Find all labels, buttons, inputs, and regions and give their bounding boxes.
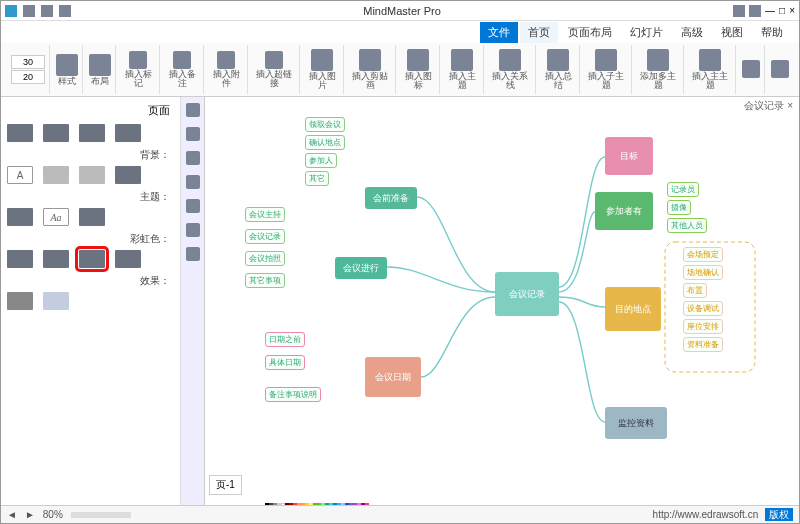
vt-icon[interactable] xyxy=(186,223,200,237)
vt-icon[interactable] xyxy=(186,151,200,165)
close-button[interactable]: × xyxy=(789,5,795,16)
node-r3[interactable]: 目的地点 xyxy=(605,287,661,331)
leaf[interactable]: 参加人 xyxy=(305,153,337,168)
tab-view[interactable]: 视图 xyxy=(713,22,751,43)
maximize-button[interactable]: □ xyxy=(779,5,785,16)
height-spinner[interactable] xyxy=(11,70,45,84)
zoom-slider[interactable] xyxy=(71,512,131,518)
leaf[interactable]: 会议记录 xyxy=(245,229,285,244)
bg-thumb[interactable]: A xyxy=(7,166,33,184)
theme-thumb[interactable]: Aa xyxy=(43,208,69,226)
app-title: MindMaster Pro xyxy=(363,5,441,17)
leaf[interactable]: 布置 xyxy=(683,283,707,298)
effect-thumb[interactable] xyxy=(7,292,33,310)
width-spinner[interactable] xyxy=(11,55,45,69)
leaf[interactable]: 会议主持 xyxy=(245,207,285,222)
layout-thumb[interactable] xyxy=(79,124,105,142)
leaf[interactable]: 会场预定 xyxy=(683,247,723,262)
ribbon: 样式 布局 插入标记 插入备注 插入附件 插入超链接 插入图片 插入剪贴画 插入… xyxy=(1,43,799,97)
rainbow-thumb[interactable] xyxy=(43,250,69,268)
bg-thumb[interactable] xyxy=(115,166,141,184)
leaf[interactable]: 座位安排 xyxy=(683,319,723,334)
summary-icon[interactable] xyxy=(547,49,569,71)
panel-close[interactable]: 会议记录 × xyxy=(744,99,793,113)
layout-icon[interactable] xyxy=(89,54,111,76)
vdist-icon[interactable] xyxy=(771,60,789,78)
link-icon[interactable] xyxy=(265,51,283,69)
tab-slide[interactable]: 幻灯片 xyxy=(622,22,671,43)
style-icon[interactable] xyxy=(56,54,78,76)
leaf[interactable]: 备注事项说明 xyxy=(265,387,321,402)
maintopic-icon[interactable] xyxy=(699,49,721,71)
node-l3[interactable]: 会议日期 xyxy=(365,357,421,397)
vt-icon[interactable] xyxy=(186,247,200,261)
bg-thumb[interactable] xyxy=(43,166,69,184)
layout-thumb[interactable] xyxy=(115,124,141,142)
node-r2[interactable]: 参加者有 xyxy=(595,192,653,230)
node-r1[interactable]: 目标 xyxy=(605,137,653,175)
effect-thumb[interactable] xyxy=(43,292,69,310)
tag-icon[interactable] xyxy=(129,51,147,69)
leaf[interactable]: 场地确认 xyxy=(683,265,723,280)
leaf[interactable]: 日期之前 xyxy=(265,332,305,347)
leaf[interactable]: 具体日期 xyxy=(265,355,305,370)
theme-thumb[interactable] xyxy=(7,208,33,226)
node-l1[interactable]: 会前准备 xyxy=(365,187,417,209)
leaf[interactable]: 摄像 xyxy=(667,200,691,215)
nav-next-icon[interactable]: ► xyxy=(25,509,35,520)
leaf[interactable]: 确认地点 xyxy=(305,135,345,150)
canvas[interactable]: 会议记录 × 会议记录 会前准备 领取会议 确认地点 参加人 其它 会议进行 会… xyxy=(205,97,799,517)
zoom-level[interactable]: 80% xyxy=(43,509,63,520)
settings-icon[interactable] xyxy=(749,5,761,17)
subtopic-icon[interactable] xyxy=(595,49,617,71)
leaf[interactable]: 其它 xyxy=(305,171,329,186)
tab-file[interactable]: 文件 xyxy=(480,22,518,43)
note-icon[interactable] xyxy=(173,51,191,69)
page-tab[interactable]: 页-1 xyxy=(209,475,242,495)
app-icon xyxy=(5,5,17,17)
tab-layout[interactable]: 页面布局 xyxy=(560,22,620,43)
theme-thumb[interactable] xyxy=(79,208,105,226)
hdist-icon[interactable] xyxy=(742,60,760,78)
clipart-icon[interactable] xyxy=(359,49,381,71)
vt-icon[interactable] xyxy=(186,175,200,189)
leaf[interactable]: 记录员 xyxy=(667,182,699,197)
bg-thumb[interactable] xyxy=(79,166,105,184)
relation-icon[interactable] xyxy=(499,49,521,71)
footer-label: 版权 xyxy=(765,508,793,521)
print-icon[interactable] xyxy=(733,5,745,17)
leaf[interactable]: 会议拍照 xyxy=(245,251,285,266)
page-heading: 页面 xyxy=(7,103,198,118)
redo-icon[interactable] xyxy=(59,5,71,17)
layout-thumb[interactable] xyxy=(7,124,33,142)
vt-icon[interactable] xyxy=(186,127,200,141)
nav-prev-icon[interactable]: ◄ xyxy=(7,509,17,520)
attach-icon[interactable] xyxy=(217,51,235,69)
tab-advanced[interactable]: 高级 xyxy=(673,22,711,43)
leaf[interactable]: 其它事项 xyxy=(245,273,285,288)
tab-home[interactable]: 首页 xyxy=(520,22,558,43)
theme-icon[interactable] xyxy=(451,49,473,71)
image-icon[interactable] xyxy=(311,49,333,71)
multitopic-icon[interactable] xyxy=(647,49,669,71)
undo-icon[interactable] xyxy=(41,5,53,17)
vt-icon[interactable] xyxy=(186,199,200,213)
iconset-icon[interactable] xyxy=(407,49,429,71)
leaf[interactable]: 领取会议 xyxy=(305,117,345,132)
leaf[interactable]: 设备调试 xyxy=(683,301,723,316)
node-l2[interactable]: 会议进行 xyxy=(335,257,387,279)
save-icon[interactable] xyxy=(23,5,35,17)
node-r4[interactable]: 监控资料 xyxy=(605,407,667,439)
rainbow-thumb[interactable] xyxy=(115,250,141,268)
effect-label: 效果： xyxy=(7,274,170,288)
minimize-button[interactable]: — xyxy=(765,5,775,16)
tab-help[interactable]: 帮助 xyxy=(753,22,791,43)
rainbow-thumb[interactable] xyxy=(7,250,33,268)
rainbow-thumb-selected[interactable] xyxy=(79,250,105,268)
leaf[interactable]: 资料准备 xyxy=(683,337,723,352)
center-node[interactable]: 会议记录 xyxy=(495,272,559,316)
brush-icon[interactable] xyxy=(186,103,200,117)
leaf[interactable]: 其他人员 xyxy=(667,218,707,233)
bg-label: 背景： xyxy=(7,148,170,162)
layout-thumb[interactable] xyxy=(43,124,69,142)
